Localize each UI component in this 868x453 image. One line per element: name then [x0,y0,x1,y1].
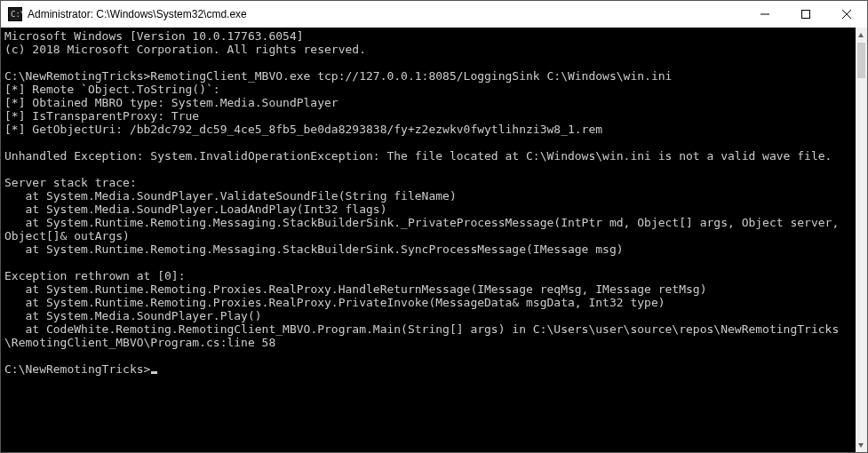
console-area: Microsoft Windows [Version 10.0.17763.60… [1,28,867,452]
titlebar[interactable]: C:\ Administrator: C:\Windows\System32\c… [1,1,867,28]
maximize-button[interactable] [785,1,826,28]
svg-text:C:\: C:\ [11,10,22,19]
svg-marker-7 [858,33,864,37]
svg-marker-8 [858,443,864,448]
window-controls [745,1,867,28]
console-output[interactable]: Microsoft Windows [Version 10.0.17763.60… [1,28,856,452]
vertical-scrollbar[interactable] [856,28,867,452]
minimize-button[interactable] [745,1,785,28]
cmd-window: C:\ Administrator: C:\Windows\System32\c… [0,0,868,453]
window-title: Administrator: C:\Windows\System32\cmd.e… [28,8,247,20]
svg-rect-4 [802,11,810,19]
scrollbar-track[interactable] [856,43,867,437]
close-button[interactable] [826,1,867,28]
titlebar-left: C:\ Administrator: C:\Windows\System32\c… [1,7,247,21]
scroll-up-button[interactable] [856,28,867,43]
scroll-down-button[interactable] [856,437,867,452]
cmd-icon: C:\ [8,7,22,21]
scrollbar-thumb[interactable] [857,43,865,78]
text-cursor [151,371,157,374]
